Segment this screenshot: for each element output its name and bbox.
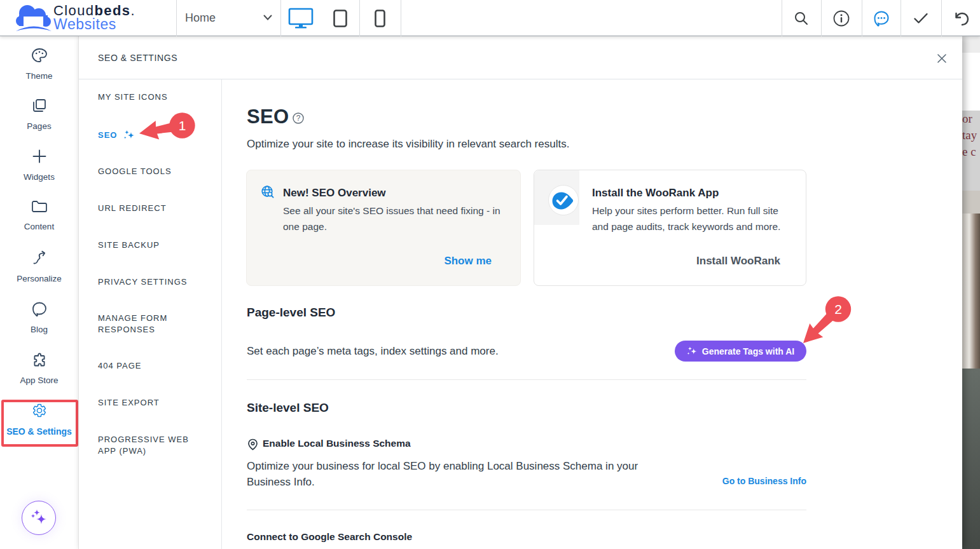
svg-text:?: ?	[296, 114, 301, 123]
